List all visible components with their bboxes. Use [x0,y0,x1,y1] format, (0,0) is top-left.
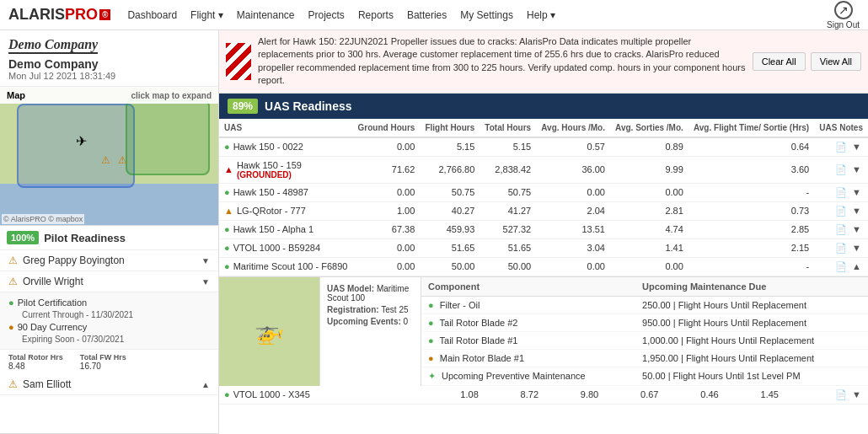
pilot-item-1[interactable]: ⚠ Orville Wright ▼ [0,271,218,292]
sign-out-button[interactable]: ↗ Sign Out [827,1,860,29]
uas-row-0-flight: 5.15 [420,137,480,157]
notes-btn-4[interactable]: 📄 [833,224,849,235]
chevron-btn-6[interactable]: ▲ [850,261,863,271]
company-date: Mon Jul 12 2021 18:31:49 [8,71,210,81]
uas-row-6-flight: 50.00 [420,257,480,276]
status-icon-1: ▲ [224,164,233,174]
pilot-chevron-2[interactable]: ▲ [201,380,210,389]
maint-dot-3: ● [428,353,434,363]
chevron-btn-4[interactable]: ▼ [850,224,863,234]
nav-flight[interactable]: Flight ▾ [190,9,223,21]
uas-row-1-sorties: 9.99 [610,156,689,183]
status-icon-5: ● [224,243,230,253]
currency-yellow-icon: ● [8,322,14,332]
chevron-btn-5[interactable]: ▼ [850,243,863,253]
uas-row-1-avg: 36.00 [536,156,610,183]
uas-header: 89% UAS Readiness [219,94,868,119]
nav-maintenance[interactable]: Maintenance [237,9,295,21]
alert-buttons: Clear All View All [753,52,861,71]
uas-row-2-actions: 📄 ▼ [814,183,868,201]
nav-settings[interactable]: My Settings [460,9,513,21]
vtol-status-icon: ● [224,389,230,399]
pilot-expanded-orville: ● Pilot Certification Current Through - … [0,292,218,349]
vtol-notes-btn[interactable]: 📄 [833,389,849,400]
chevron-btn-0[interactable]: ▼ [850,142,863,152]
pilot-header: 100% Pilot Readiness [0,226,218,250]
stat-rotor-label: Total Rotor Hrs [8,353,63,362]
uas-row-5-total: 51.65 [480,238,536,257]
uas-name-6: Maritime Scout 100 - F6890 [233,261,348,271]
top-navigation: ALARISPRO® Dashboard Flight ▾ Maintenanc… [0,0,868,30]
uas-row-2-flight: 50.75 [420,183,480,201]
vtol-chevron-btn[interactable]: ▼ [850,389,863,399]
uas-row-0-flight-time: 0.64 [689,137,814,157]
chevron-btn-2[interactable]: ▼ [850,187,863,197]
chevron-btn-3[interactable]: ▼ [850,206,863,216]
nav-reports[interactable]: Reports [358,9,394,21]
notes-btn-6[interactable]: 📄 [833,261,849,272]
notes-btn-2[interactable]: 📄 [833,187,849,198]
maint-name-3: ● Main Rotor Blade #1 [421,349,635,367]
maint-item-name-4: Upcoming Preventive Maintenance [442,371,586,381]
logo: ALARISPRO® [8,6,110,24]
nav-projects[interactable]: Projects [308,9,345,21]
map-warning-icon-1: ⚠ [101,154,110,166]
pilot-item-2[interactable]: ⚠ Sam Elliott ▲ [0,374,218,395]
pilot-chevron-0[interactable]: ▼ [201,256,210,265]
uas-model-row: UAS Model: Maritime Scout 100 [327,284,414,303]
uas-row-1-ground: 71.62 [353,156,421,183]
col-uas: UAS [219,119,353,137]
notes-btn-5[interactable]: 📄 [833,243,849,254]
uas-info: UAS Model: Maritime Scout 100 Registrati… [320,277,421,386]
uas-row-3-actions: 📄 ▼ [814,201,868,220]
maint-due-0: 250.00 | Flight Hours Until Replacement [635,296,868,313]
pilot-chevron-1[interactable]: ▼ [201,277,210,287]
status-icon-6: ● [224,261,230,271]
maint-due-4: 50.00 | Flight Hours Until 1st Level PM [635,367,868,385]
pilot-currency-row: ● 90 Day Currency [8,322,210,332]
pilot-stats: Total Rotor Hrs 8.48 Total FW Hrs 16.70 [0,349,218,374]
uas-row-0-avg: 0.57 [536,137,610,157]
pilot-warn-icon-2: ⚠ [8,378,18,390]
map-background[interactable]: ✈ ⚠ ⚠ © AlarisPRO © mapbox [0,87,218,226]
maint-item-name-0: Filter - Oil [440,300,480,310]
company-name: Demo Company [8,57,210,71]
map-header: Map click map to expand [0,87,218,104]
chevron-btn-1[interactable]: ▼ [850,164,863,174]
stat-rotor: Total Rotor Hrs 8.48 [8,353,63,371]
uas-registration-row: Registration: Test 25 [327,305,414,314]
maint-item-3: ● Main Rotor Blade #1 1,950.00 | Flight … [421,349,868,367]
status-icon-2: ● [224,187,230,197]
uas-row-5-actions: 📄 ▼ [814,238,868,257]
uas-row-2-avg: 0.00 [536,183,610,201]
nav-dashboard[interactable]: Dashboard [127,9,177,21]
cert-green-icon: ● [8,297,14,308]
uas-header-title: UAS Readiness [265,99,351,113]
uas-row-1-actions: 📄 ▼ [814,156,868,183]
uas-row-3-avg: 2.04 [536,201,610,220]
clear-all-button[interactable]: Clear All [753,52,806,71]
maint-due-2: 1,000.00 | Flight Hours Until Replacemen… [635,331,868,349]
nav-help[interactable]: Help ▾ [527,9,555,21]
uas-row-6-avg: 0.00 [536,257,610,276]
notes-btn-0[interactable]: 📄 [833,142,849,153]
maint-dot-0: ● [428,300,434,310]
uas-row-4-sorties: 4.74 [610,220,689,238]
map-overlay-green [126,99,210,175]
notes-btn-1[interactable]: 📄 [833,164,849,175]
pilot-cert-row: ● Pilot Certification [8,297,210,308]
view-all-button[interactable]: View All [811,52,861,71]
map-expand-link[interactable]: click map to expand [131,91,212,100]
maint-dot-2: ● [428,335,434,346]
maint-item-0: ● Filter - Oil 250.00 | Flight Hours Unt… [421,296,868,313]
notes-btn-3[interactable]: 📄 [833,206,849,217]
pilot-item-0[interactable]: ⚠ Greg Pappy Boyington ▼ [0,250,218,271]
maint-col-component: Component [421,277,635,297]
stat-rotor-value: 8.48 [8,362,24,371]
nav-batteries[interactable]: Batteries [407,9,447,21]
uas-row-2-name: ● Hawk 150 - 48987 [219,183,353,201]
cert-label: Pilot Certification [18,297,88,308]
alert-text: Alert for Hawk 150: 22JUN2021 Propeller … [258,35,746,88]
pilot-header-label: Pilot Readiness [44,232,126,244]
alert-bar: Alert for Hawk 150: 22JUN2021 Propeller … [219,30,868,94]
